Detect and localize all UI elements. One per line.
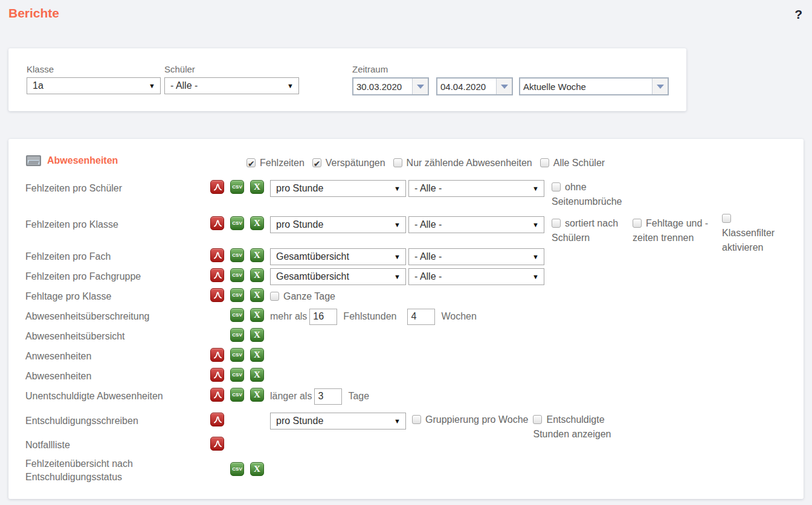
wochen-label: Wochen xyxy=(441,311,476,322)
report-label: Notfallliste xyxy=(25,437,210,452)
archive-folder-icon xyxy=(25,155,42,167)
csv-export-icon[interactable]: CSV xyxy=(230,288,244,302)
csv-export-icon[interactable]: CSV xyxy=(230,308,244,322)
option-fehlzeiten[interactable]: Fehlzeiten xyxy=(246,156,304,170)
schueler-select[interactable]: - Alle - ▼ xyxy=(164,77,299,94)
period-preset-input[interactable] xyxy=(520,79,652,94)
end-date-dropdown-button[interactable] xyxy=(496,79,512,94)
chevron-down-icon: ▼ xyxy=(394,221,401,228)
select-value: Gesamtübersicht xyxy=(276,271,349,282)
excel-export-icon[interactable]: X xyxy=(250,248,264,262)
report-filter-select[interactable]: - Alle -▼ xyxy=(408,248,544,265)
chevron-down-icon: ▼ xyxy=(394,417,401,425)
option-ohne-seitenumbrueche[interactable]: ohne Seitenumbrüche xyxy=(552,180,625,209)
csv-label: CSV xyxy=(232,292,242,298)
checkbox xyxy=(633,219,642,228)
klasse-select-value: 1a xyxy=(33,80,44,91)
period-preset-dropdown-button[interactable] xyxy=(652,79,668,94)
report-label: Entschuldigungsschreiben xyxy=(25,413,210,428)
excel-export-icon[interactable]: X xyxy=(250,308,264,322)
option-label: Fehltage und -zeiten trennen xyxy=(633,218,708,243)
option-label: Alle Schüler xyxy=(553,158,605,168)
pdf-export-icon[interactable] xyxy=(210,388,224,402)
report-filter-select[interactable]: - Alle -▼ xyxy=(408,216,544,233)
report-row: Abwesenheiten CSV X xyxy=(25,368,798,383)
excel-label: X xyxy=(254,290,260,300)
csv-export-icon[interactable]: CSV xyxy=(230,328,244,342)
report-mode-select[interactable]: pro Stunde▼ xyxy=(270,216,406,233)
report-label: Abwesenheitsübersicht xyxy=(25,328,210,343)
excel-export-icon[interactable]: X xyxy=(250,348,264,362)
csv-export-icon[interactable]: CSV xyxy=(230,462,244,476)
excel-export-icon[interactable]: X xyxy=(250,328,264,342)
section-title: Abwesenheiten xyxy=(47,155,118,166)
start-date-dropdown-button[interactable] xyxy=(412,79,428,94)
report-label: Fehlzeiten pro Fach xyxy=(25,248,210,263)
option-fehltage-zeiten-trennen[interactable]: Fehltage und -zeiten trennen xyxy=(633,216,717,245)
chevron-down-icon xyxy=(501,85,508,89)
klasse-label: Klasse xyxy=(27,64,161,74)
csv-label: CSV xyxy=(232,184,242,190)
option-label: sortiert nach Schülern xyxy=(552,218,618,243)
pdf-export-icon[interactable] xyxy=(210,248,224,262)
pdf-export-icon[interactable] xyxy=(210,413,224,426)
csv-export-icon[interactable]: CSV xyxy=(230,388,244,402)
excel-label: X xyxy=(254,330,260,340)
excel-export-icon[interactable]: X xyxy=(250,216,264,230)
option-label: Fehlzeiten xyxy=(260,158,304,168)
excel-export-icon[interactable]: X xyxy=(250,388,264,402)
chevron-down-icon: ▼ xyxy=(532,221,539,228)
excel-export-icon[interactable]: X xyxy=(250,268,264,282)
excel-export-icon[interactable]: X xyxy=(250,288,264,302)
csv-export-icon[interactable]: CSV xyxy=(230,180,244,194)
excel-export-icon[interactable]: X xyxy=(250,462,264,476)
csv-export-icon[interactable]: CSV xyxy=(230,216,244,230)
csv-export-icon[interactable]: CSV xyxy=(230,248,244,262)
report-mode-select[interactable]: Gesamtübersicht▼ xyxy=(270,268,406,285)
option-label: Nur zählende Abwesenheiten xyxy=(407,158,532,168)
start-date-picker xyxy=(352,77,429,95)
end-date-input[interactable] xyxy=(437,79,496,94)
pdf-export-icon[interactable] xyxy=(210,348,224,362)
option-ganze-tage[interactable]: Ganze Tage xyxy=(270,289,335,304)
checkbox xyxy=(270,292,279,301)
threshold-prefix-label: länger als xyxy=(270,391,312,402)
option-nur-zaehlende[interactable]: Nur zählende Abwesenheiten xyxy=(393,156,532,170)
wochen-input[interactable] xyxy=(407,309,435,325)
report-label: Abwesenheitsüberschreitung xyxy=(25,308,210,323)
csv-export-icon[interactable]: CSV xyxy=(230,348,244,362)
select-value: pro Stunde xyxy=(276,183,323,194)
pdf-export-icon[interactable] xyxy=(210,368,224,382)
pdf-export-icon[interactable] xyxy=(210,437,224,451)
report-mode-select[interactable]: pro Stunde▼ xyxy=(270,180,406,197)
report-mode-select[interactable]: pro Stunde▼ xyxy=(270,413,406,429)
excel-label: X xyxy=(254,310,260,320)
tage-input[interactable] xyxy=(314,388,342,405)
report-row: Fehlzeiten pro Schüler CSV X pro Stunde▼… xyxy=(25,180,798,209)
pdf-export-icon[interactable] xyxy=(210,288,224,302)
report-filter-select[interactable]: - Alle -▼ xyxy=(408,180,544,197)
pdf-export-icon[interactable] xyxy=(210,268,224,282)
option-alle-schueler[interactable]: Alle Schüler xyxy=(540,156,605,170)
checkbox xyxy=(393,158,402,167)
pdf-export-icon[interactable] xyxy=(210,216,224,230)
klasse-select[interactable]: 1a ▼ xyxy=(27,77,161,94)
excel-export-icon[interactable]: X xyxy=(250,180,264,194)
option-sortiert-nach-schuelern[interactable]: sortiert nach Schülern xyxy=(552,216,628,245)
pdf-export-icon[interactable] xyxy=(210,180,224,194)
help-icon[interactable]: ? xyxy=(794,7,802,22)
excel-export-icon[interactable]: X xyxy=(250,368,264,382)
checkbox xyxy=(722,214,731,223)
start-date-input[interactable] xyxy=(353,79,412,94)
option-gruppierung-pro-woche[interactable]: Gruppierung pro Woche xyxy=(412,413,528,427)
option-verspaetungen[interactable]: Verspätungen xyxy=(312,156,385,170)
fehlstunden-input[interactable] xyxy=(309,309,337,325)
select-value: - Alle - xyxy=(414,271,442,282)
select-value: pro Stunde xyxy=(276,219,323,230)
report-label: Fehlzeitenübersicht nach Entschuldigungs… xyxy=(25,455,210,484)
csv-export-icon[interactable]: CSV xyxy=(230,268,244,282)
csv-export-icon[interactable]: CSV xyxy=(230,368,244,382)
report-mode-select[interactable]: Gesamtübersicht▼ xyxy=(270,248,406,265)
report-filter-select[interactable]: - Alle -▼ xyxy=(408,268,544,285)
report-row: Fehlzeiten pro Fach CSV X Gesamtübersich… xyxy=(25,248,798,265)
